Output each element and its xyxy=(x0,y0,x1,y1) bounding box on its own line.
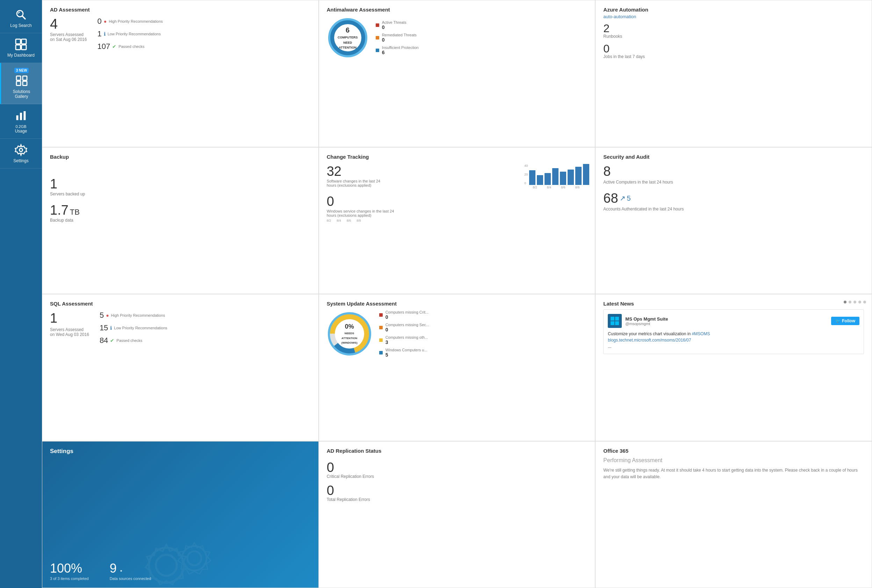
news-dot-3 xyxy=(854,301,856,303)
azure-jobs: 0 Jobs in the last 7 days xyxy=(603,43,864,59)
office-assessing-text: We're still getting things ready. At mos… xyxy=(603,467,864,480)
office-title: Office 365 xyxy=(603,448,864,454)
security-computers: 8 xyxy=(603,164,864,179)
ct-software-value: 32 xyxy=(327,164,518,179)
sidebar-item-settings[interactable]: Settings xyxy=(0,139,42,168)
settings-sources-stat: 9 ▪ Data sources connected xyxy=(110,561,151,580)
legend-insufficient-protection: Insufficient Protection 6 xyxy=(376,45,419,55)
settings-percent-value: 100% xyxy=(50,561,89,576)
warning-icon: ● xyxy=(104,18,106,24)
security-accounts-row: 68 ↗ 5 xyxy=(603,191,864,206)
info-icon: ℹ xyxy=(104,31,106,37)
follow-label: Follow xyxy=(842,318,855,323)
settings-sources-label: Data sources connected xyxy=(110,576,151,580)
tile-sql-assessment[interactable]: SQL Assessment 1 Servers Assessed on Wed… xyxy=(42,294,319,441)
settings-percent-label: 3 of 3 items completed xyxy=(50,576,89,580)
sidebar-item-usage[interactable]: 0.2GB Usage xyxy=(0,104,42,139)
tile-ad-replication[interactable]: AD Replication Status 0 Critical Replica… xyxy=(319,441,596,588)
sql-servers-info: Servers Assessed on Wed Aug 03 2016 xyxy=(50,327,89,337)
legend-active-threats: Active Threats 0 xyxy=(376,20,419,30)
tile-change-tracking[interactable]: Change Tracking 32 Software changes in t… xyxy=(319,147,596,294)
security-computers-label: Active Computers in the last 24 hours xyxy=(603,180,864,184)
office-assessing-label: Performing Assessment xyxy=(603,457,864,464)
svg-point-13 xyxy=(19,148,23,152)
twitter-follow-button[interactable]: 🐦 Follow xyxy=(831,317,859,325)
news-hashtag: #MSOMS xyxy=(692,332,710,336)
svg-rect-24 xyxy=(615,321,619,325)
tile-settings[interactable]: Settings 100% 3 of 3 items completed xyxy=(42,441,319,588)
backup-title: Backup xyxy=(50,154,311,160)
svg-rect-6 xyxy=(16,76,21,80)
ad-assessment-title: AD Assessment xyxy=(50,7,311,13)
main-grid: AD Assessment 4 Servers Assessed on Sat … xyxy=(42,0,872,588)
security-accounts-label: Accounts Authenticated in the last 24 ho… xyxy=(603,207,864,212)
sidebar-item-log-search[interactable]: Log Search xyxy=(0,3,42,33)
azure-runbooks: 2 Runbooks xyxy=(603,23,864,39)
system-update-legend: Computers missing Crit... 0 Computers mi… xyxy=(379,310,429,358)
check-icon: ✔ xyxy=(112,44,116,49)
svg-rect-7 xyxy=(23,76,27,80)
svg-rect-11 xyxy=(20,113,22,120)
tile-antimalware[interactable]: Antimalware Assessment 6 COMPUTERSNEEDAT… xyxy=(319,0,596,147)
solutions-badge: 3 NEW xyxy=(14,68,29,73)
usage-icon xyxy=(15,109,27,122)
svg-rect-3 xyxy=(22,39,27,44)
ad-rep-title: AD Replication Status xyxy=(327,448,587,454)
sidebar: Log Search My Dashboard 3 NEW SolutionsG… xyxy=(0,0,42,588)
dashboard-icon xyxy=(15,38,27,51)
system-update-donut: 0% NEEDSATTENTION(WINDOWS) xyxy=(327,311,372,357)
sql-high-priority-row: 5 ● High Priority Recommendations xyxy=(100,311,168,320)
svg-rect-23 xyxy=(611,321,614,325)
sidebar-item-dashboard[interactable]: My Dashboard xyxy=(0,33,42,63)
sql-low-priority-row: 15 ℹ Low Priority Recommendations xyxy=(100,323,168,333)
svg-line-1 xyxy=(22,16,25,19)
sidebar-dashboard-label: My Dashboard xyxy=(7,53,34,58)
azure-title: Azure Automation xyxy=(603,7,864,13)
legend-remediated-threats: Remediated Threats 0 xyxy=(376,33,419,43)
svg-rect-5 xyxy=(22,45,27,50)
change-tracking-chart: 40200 8/2 8/4 xyxy=(524,164,587,189)
twitter-icon: 🐦 xyxy=(835,318,841,323)
tile-office-365[interactable]: Office 365 Performing Assessment We're s… xyxy=(595,441,872,588)
tile-backup[interactable]: Backup 1 Servers backed up 1.7 TB Backup… xyxy=(42,147,319,294)
sidebar-item-solutions[interactable]: 3 NEW SolutionsGallery xyxy=(0,63,42,104)
ct-service-value: 0 xyxy=(327,194,587,209)
news-header: MS Ops Mgmt Suite @msopsmgmt 🐦 Follow xyxy=(608,314,859,328)
sql-servers-count: 1 xyxy=(50,311,89,326)
change-tracking-title: Change Tracking xyxy=(327,154,587,160)
backup-servers-label: Servers backed up xyxy=(50,192,311,196)
latest-news-title: Latest News xyxy=(603,301,864,307)
tile-security-audit[interactable]: Security and Audit 8 Active Computers in… xyxy=(595,147,872,294)
ad-servers-label: Servers Assessed on Sat Aug 06 2016 xyxy=(50,32,87,42)
sidebar-usage-label: Usage xyxy=(15,129,27,134)
sidebar-log-search-label: Log Search xyxy=(10,23,31,28)
svg-rect-8 xyxy=(16,81,21,86)
tile-azure-automation[interactable]: Azure Automation auto-automation 2 Runbo… xyxy=(595,0,872,147)
news-link: blogs.technet.microsoft.com/msoms/2016/0… xyxy=(608,338,691,343)
tile-latest-news[interactable]: Latest News MS Ops Mgmt Suite xyxy=(595,294,872,441)
svg-rect-4 xyxy=(16,45,21,50)
ad-rep-critical-section: 0 Critical Replication Errors xyxy=(327,461,587,479)
backup-data-unit: TB xyxy=(70,208,80,217)
antimalware-title: Antimalware Assessment xyxy=(327,7,587,13)
settings-sources-value: 9 ▪ xyxy=(110,561,151,576)
sidebar-usage-value: 0.2GB xyxy=(15,124,26,129)
sql-title: SQL Assessment xyxy=(50,301,311,307)
tile-system-update[interactable]: System Update Assessment 0% NEEDSATTENTI… xyxy=(319,294,596,441)
antimalware-legend: Active Threats 0 Remediated Threats 0 In… xyxy=(376,20,419,55)
news-card: MS Ops Mgmt Suite @msopsmgmt 🐦 Follow Cu… xyxy=(603,309,864,354)
news-pagination-dots xyxy=(844,301,866,303)
sidebar-solutions-label: SolutionsGallery xyxy=(13,89,30,99)
news-tweet-text: Customize your metrics chart visualizati… xyxy=(608,331,859,350)
news-dot-1 xyxy=(844,301,847,303)
news-dot-5 xyxy=(863,301,866,303)
news-dot-2 xyxy=(849,301,851,303)
search-icon xyxy=(15,8,27,21)
sidebar-settings-label: Settings xyxy=(13,158,28,163)
ms-ops-logo xyxy=(608,314,622,328)
news-dot-4 xyxy=(859,301,861,303)
settings-icon xyxy=(15,144,27,156)
svg-point-28 xyxy=(187,551,201,565)
info-icon-sql: ℹ xyxy=(110,325,112,331)
tile-ad-assessment[interactable]: AD Assessment 4 Servers Assessed on Sat … xyxy=(42,0,319,147)
